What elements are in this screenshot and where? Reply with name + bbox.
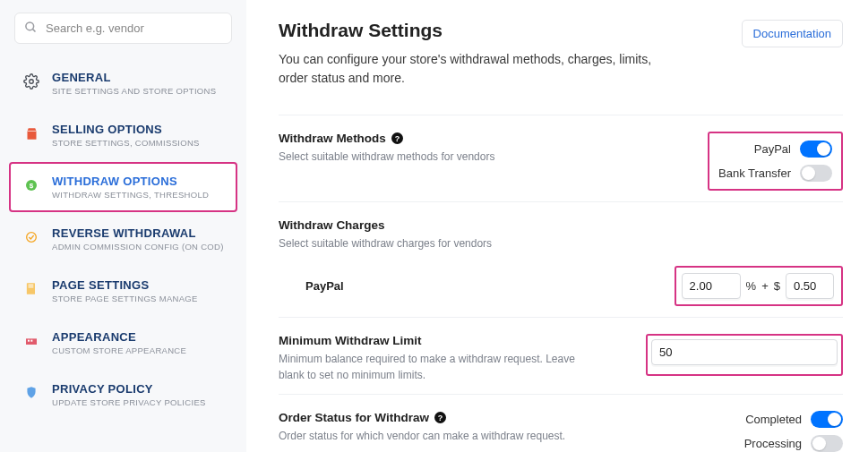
sidebar-item-page-settings[interactable]: PAGE SETTINGS STORE PAGE SETTINGS MANAGE [9, 266, 237, 316]
svg-rect-10 [30, 340, 32, 342]
sidebar-item-label: REVERSE WITHDRAWAL [52, 226, 225, 240]
toggle-label: PayPal [754, 142, 791, 156]
sidebar-item-appearance[interactable]: APPEARANCE CUSTOM STORE APPEARANCE [9, 318, 237, 368]
svg-rect-8 [29, 286, 34, 287]
search-input[interactable] [46, 21, 222, 35]
sidebar-item-sub: STORE PAGE SETTINGS MANAGE [52, 294, 225, 303]
sidebar: GENERAL SITE SETTINGS AND STORE OPTIONS … [0, 0, 246, 452]
currency-symbol: $ [774, 279, 780, 293]
sidebar-item-general[interactable]: GENERAL SITE SETTINGS AND STORE OPTIONS [9, 58, 237, 108]
shopping-bag-icon [21, 124, 41, 143]
toggle-label: Completed [745, 413, 802, 426]
sidebar-item-sub: ADMIN COMMISSION CONFIG (ON COD) [52, 242, 225, 252]
section-min-withdraw-limit: Minimum Withdraw Limit Minimum balance r… [279, 317, 843, 394]
sidebar-item-label: PRIVACY POLICY [52, 382, 225, 396]
sidebar-item-sub: STORE SETTINGS, COMMISSIONS [52, 138, 225, 148]
toggle-label: Bank Transfer [718, 166, 791, 180]
toggle-paypal[interactable] [800, 141, 832, 158]
plus-symbol: + [761, 279, 769, 293]
charges-inputs: % + $ [675, 266, 843, 306]
sidebar-menu: GENERAL SITE SETTINGS AND STORE OPTIONS … [9, 58, 237, 420]
dollar-icon: $ [21, 175, 41, 195]
sidebar-item-label: WITHDRAW OPTIONS [52, 175, 225, 188]
svg-rect-7 [29, 285, 34, 286]
section-title: Withdraw Charges [279, 218, 384, 232]
svg-line-1 [32, 29, 35, 31]
refresh-icon [21, 227, 41, 247]
sidebar-item-sub: CUSTOM STORE APPEARANCE [52, 345, 225, 355]
section-title: Minimum Withdraw Limit [279, 334, 422, 347]
toggle-bank-transfer[interactable] [800, 165, 832, 182]
page-desc: You can configure your store's withdrawa… [279, 50, 664, 88]
shield-icon [21, 383, 41, 403]
help-icon[interactable]: ? [434, 412, 446, 423]
svg-point-5 [27, 233, 37, 243]
search-wrap[interactable] [14, 13, 232, 44]
min-limit-wrap [646, 334, 843, 376]
sidebar-item-label: APPEARANCE [52, 330, 225, 344]
sidebar-item-privacy-policy[interactable]: PRIVACY POLICY UPDATE STORE PRIVACY POLI… [9, 370, 237, 420]
sidebar-item-label: SELLING OPTIONS [52, 123, 225, 136]
sidebar-item-sub: UPDATE STORE PRIVACY POLICIES [52, 397, 225, 407]
toggle-label: Processing [744, 437, 802, 450]
section-desc: Select suitable withdraw charges for ven… [279, 236, 492, 252]
section-desc: Order status for which vendor can make a… [279, 429, 565, 444]
svg-point-2 [30, 80, 34, 84]
search-icon [24, 21, 38, 37]
help-icon[interactable]: ? [391, 132, 403, 144]
main-content: Withdraw Settings You can configure your… [246, 0, 868, 452]
svg-point-0 [26, 21, 34, 30]
gear-icon [21, 72, 41, 91]
sidebar-item-reverse-withdrawal[interactable]: REVERSE WITHDRAWAL ADMIN COMMISSION CONF… [9, 214, 237, 264]
percent-symbol: % [746, 279, 757, 293]
charge-fixed-input[interactable] [786, 273, 834, 299]
sidebar-item-label: GENERAL [52, 71, 225, 84]
section-withdraw-methods: Withdraw Methods ? Select suitable withd… [279, 115, 843, 201]
sidebar-item-sub: WITHDRAW SETTINGS, THRESHOLD [52, 190, 225, 200]
section-title: Withdraw Methods [279, 132, 386, 145]
sidebar-item-selling-options[interactable]: SELLING OPTIONS STORE SETTINGS, COMMISSI… [9, 110, 237, 160]
sidebar-item-withdraw-options[interactable]: $ WITHDRAW OPTIONS WITHDRAW SETTINGS, TH… [9, 162, 237, 212]
min-limit-input[interactable] [651, 339, 838, 365]
charge-percent-input[interactable] [682, 273, 741, 299]
svg-text:$: $ [30, 182, 34, 190]
svg-rect-9 [28, 340, 30, 342]
page-icon [21, 279, 41, 299]
toggle-completed[interactable] [811, 411, 843, 428]
section-title: Order Status for Withdraw [279, 411, 429, 424]
palette-icon [21, 331, 41, 351]
section-order-status: Order Status for Withdraw ? Order status… [279, 394, 843, 452]
sidebar-item-sub: SITE SETTINGS AND STORE OPTIONS [52, 86, 225, 96]
documentation-link[interactable]: Documentation [742, 20, 843, 47]
section-withdraw-charges: Withdraw Charges Select suitable withdra… [279, 201, 843, 317]
section-desc: Minimum balance required to make a withd… [279, 352, 595, 383]
section-desc: Select suitable withdraw methods for ven… [279, 149, 494, 165]
charges-row-label: PayPal [279, 279, 344, 293]
toggle-processing[interactable] [811, 435, 843, 452]
withdraw-methods-toggles: PayPal Bank Transfer [708, 132, 843, 191]
sidebar-item-label: PAGE SETTINGS [52, 278, 225, 292]
page-title: Withdraw Settings [279, 20, 664, 41]
